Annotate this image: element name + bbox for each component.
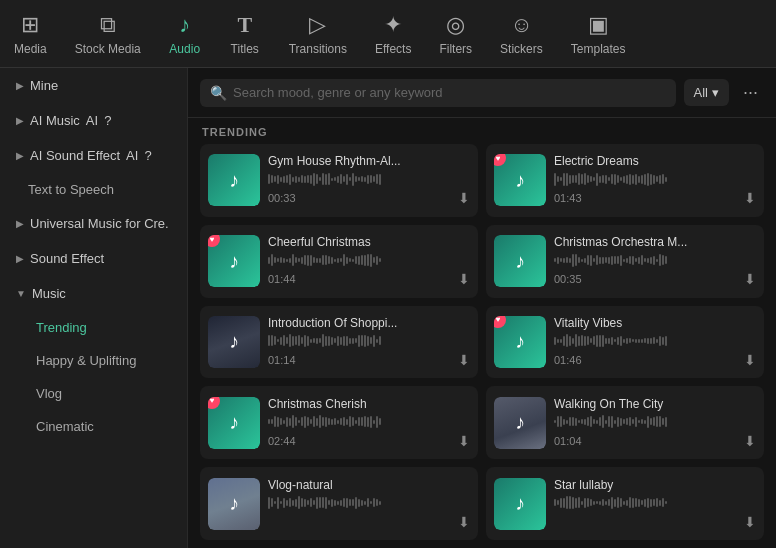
waveform-christmas-orchestra [554,253,756,267]
sidebar-item-ai-music[interactable]: ▶ AI Music AI ? [0,103,187,138]
music-card-cheerful-christmas[interactable]: ♥ ♪ Cheerful Christmas 01:44 ⬇ [200,225,478,298]
filter-chevron-icon: ▾ [712,85,719,100]
waveform-vitality-vibes [554,334,756,348]
toolbar-effects-label: Effects [375,42,411,56]
waveform-cheerful-christmas [268,253,470,267]
toolbar-templates[interactable]: ▣ Templates [557,6,640,62]
ai-sound-badge: AI [126,148,138,163]
music-footer-vlog-natural: ⬇ [268,514,470,530]
trending-sub-label: Trending [36,320,87,335]
music-title-intro-shopping: Introduction Of Shoppi... [268,316,470,330]
sidebar-item-trending[interactable]: Trending [0,311,187,344]
music-thumb-christmas-cherish: ♥ ♪ [208,397,260,449]
music-card-electric-dreams[interactable]: ♥ ♪ Electric Dreams 01:43 ⬇ [486,144,764,217]
music-info-vitality-vibes: Vitality Vibes 01:46 ⬇ [554,316,756,368]
music-card-star-lullaby[interactable]: ♪ Star lullaby ⬇ [486,467,764,540]
sidebar-item-cinematic[interactable]: Cinematic [0,410,187,443]
music-thumb-vlog-natural: ♪ [208,478,260,530]
music-title-vlog-natural: Vlog-natural [268,478,470,492]
main-area: ▶ Mine ▶ AI Music AI ? ▶ AI Sound Effect… [0,68,776,548]
filter-label: All [694,85,708,100]
sidebar-item-music[interactable]: ▼ Music [0,276,187,311]
search-input[interactable] [233,85,666,100]
sidebar-item-vlog[interactable]: Vlog [0,377,187,410]
more-button[interactable]: ··· [737,78,764,107]
search-icon: 🔍 [210,85,227,101]
toolbar-titles[interactable]: T Titles [215,6,275,62]
music-duration-vitality-vibes: 01:46 [554,354,582,366]
music-duration-christmas-orchestra: 00:35 [554,273,582,285]
download-button-cheerful-christmas[interactable]: ⬇ [458,271,470,287]
music-card-walking-city[interactable]: ♪ Walking On The City 01:04 ⬇ [486,386,764,459]
toolbar-effects[interactable]: ✦ Effects [361,6,425,62]
toolbar-filters[interactable]: ◎ Filters [425,6,486,62]
ai-music-help-icon[interactable]: ? [104,113,111,128]
music-info-star-lullaby: Star lullaby ⬇ [554,478,756,530]
music-note-icon-vlog-natural: ♪ [229,492,239,515]
music-title-vitality-vibes: Vitality Vibes [554,316,756,330]
sidebar-item-universal-music[interactable]: ▶ Universal Music for Cre. [0,206,187,241]
sidebar-item-mine[interactable]: ▶ Mine [0,68,187,103]
download-button-electric-dreams[interactable]: ⬇ [744,190,756,206]
download-button-intro-shopping[interactable]: ⬇ [458,352,470,368]
download-button-vitality-vibes[interactable]: ⬇ [744,352,756,368]
music-thumb-cheerful-christmas: ♥ ♪ [208,235,260,287]
music-card-vitality-vibes[interactable]: ♥ ♪ Vitality Vibes 01:46 ⬇ [486,306,764,379]
ai-music-chevron-icon: ▶ [16,115,24,126]
happy-uplifting-label: Happy & Uplifting [36,353,136,368]
sidebar-music-label: Music [32,286,66,301]
sidebar-mine-label: Mine [30,78,58,93]
music-footer-christmas-orchestra: 00:35 ⬇ [554,271,756,287]
music-title-walking-city: Walking On The City [554,397,756,411]
toolbar-media-label: Media [14,42,47,56]
music-duration-electric-dreams: 01:43 [554,192,582,204]
download-button-christmas-cherish[interactable]: ⬇ [458,433,470,449]
mine-chevron-icon: ▶ [16,80,24,91]
toolbar-stickers[interactable]: ☺ Stickers [486,6,557,62]
ai-sound-help-icon[interactable]: ? [144,148,151,163]
waveform-star-lullaby [554,496,756,510]
music-thumb-electric-dreams: ♥ ♪ [494,154,546,206]
music-card-christmas-cherish[interactable]: ♥ ♪ Christmas Cherish 02:44 ⬇ [200,386,478,459]
titles-icon: T [237,12,252,38]
music-thumb-walking-city: ♪ [494,397,546,449]
music-note-icon-gym-house: ♪ [229,169,239,192]
download-button-star-lullaby[interactable]: ⬇ [744,514,756,530]
media-icon: ⊞ [21,12,39,38]
music-duration-intro-shopping: 01:14 [268,354,296,366]
search-input-wrap[interactable]: 🔍 [200,79,676,107]
download-button-walking-city[interactable]: ⬇ [744,433,756,449]
sidebar-item-text-to-speech[interactable]: Text to Speech [0,173,187,206]
sidebar-item-sound-effect[interactable]: ▶ Sound Effect [0,241,187,276]
toolbar-stock-media-label: Stock Media [75,42,141,56]
toolbar-media[interactable]: ⊞ Media [0,6,61,62]
stock-media-icon: ⧉ [100,12,116,38]
download-button-gym-house[interactable]: ⬇ [458,190,470,206]
music-thumb-christmas-orchestra: ♪ [494,235,546,287]
sidebar-item-ai-sound-effect[interactable]: ▶ AI Sound Effect AI ? [0,138,187,173]
text-to-speech-label: Text to Speech [28,182,114,197]
music-info-gym-house: Gym House Rhythm-Al... 00:33 ⬇ [268,154,470,206]
music-info-walking-city: Walking On The City 01:04 ⬇ [554,397,756,449]
toolbar-audio[interactable]: ♪ Audio [155,6,215,62]
music-card-gym-house[interactable]: ♪ Gym House Rhythm-Al... 00:33 ⬇ [200,144,478,217]
music-card-vlog-natural[interactable]: ♪ Vlog-natural ⬇ [200,467,478,540]
music-note-icon-vitality-vibes: ♪ [515,330,525,353]
music-title-cheerful-christmas: Cheerful Christmas [268,235,470,249]
music-note-icon-cheerful-christmas: ♪ [229,250,239,273]
cinematic-label: Cinematic [36,419,94,434]
music-card-intro-shopping[interactable]: ♪ Introduction Of Shoppi... 01:14 ⬇ [200,306,478,379]
download-button-vlog-natural[interactable]: ⬇ [458,514,470,530]
universal-music-chevron-icon: ▶ [16,218,24,229]
sidebar-item-happy-uplifting[interactable]: Happy & Uplifting [0,344,187,377]
music-card-christmas-orchestra[interactable]: ♪ Christmas Orchestra M... 00:35 ⬇ [486,225,764,298]
waveform-christmas-cherish [268,415,470,429]
toolbar-stock-media[interactable]: ⧉ Stock Media [61,6,155,62]
download-button-christmas-orchestra[interactable]: ⬇ [744,271,756,287]
music-title-christmas-orchestra: Christmas Orchestra M... [554,235,756,249]
toolbar-transitions[interactable]: ▷ Transitions [275,6,361,62]
ai-music-badge: AI [86,113,98,128]
stickers-icon: ☺ [510,12,532,38]
filter-button[interactable]: All ▾ [684,79,729,106]
waveform-vlog-natural [268,496,470,510]
